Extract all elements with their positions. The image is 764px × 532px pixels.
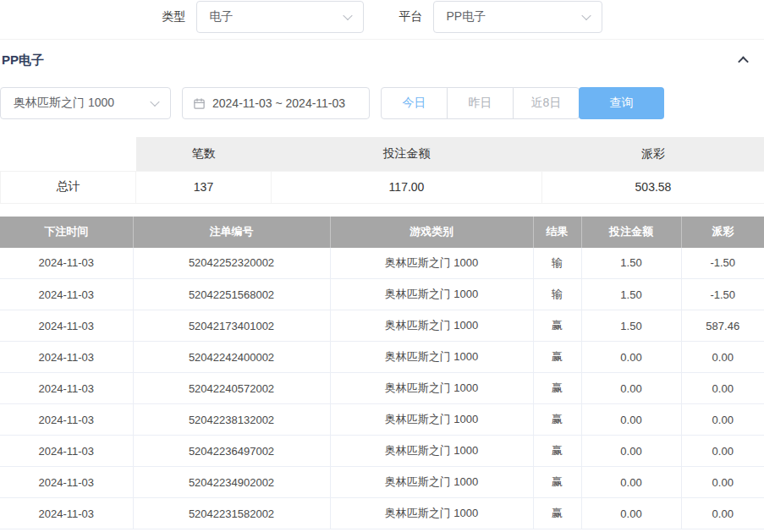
records-header-amount: 投注金额	[581, 217, 681, 248]
table-row: 2024-11-03 52042240572002 奥林匹斯之门 1000 赢 …	[0, 373, 764, 404]
result-cell: 赢	[533, 436, 581, 467]
chevron-down-icon	[150, 97, 159, 107]
table-row: 2024-11-03 52042236497002 奥林匹斯之门 1000 赢 …	[0, 436, 764, 467]
result-cell: 输	[533, 279, 581, 310]
bet-time-cell: 2024-11-03	[0, 279, 133, 310]
bet-id-cell: 52042240572002	[133, 373, 330, 404]
records-header-payout: 派彩	[681, 217, 764, 248]
amount-cell: 1.50	[581, 279, 681, 310]
result-cell: 赢	[533, 467, 581, 498]
divider	[0, 39, 764, 40]
summary-total-bet-amount: 117.00	[272, 171, 542, 203]
records-table: 下注时间 注单编号 游戏类别 结果 投注金额 派彩 2024-11-03 520…	[0, 217, 764, 530]
search-button[interactable]: 查询	[579, 87, 664, 119]
result-cell: 赢	[533, 498, 581, 529]
payout-cell: -1.50	[681, 248, 764, 279]
type-select[interactable]: 电子	[196, 1, 364, 33]
game-cell: 奥林匹斯之门 1000	[330, 467, 533, 498]
game-cell: 奥林匹斯之门 1000	[330, 279, 533, 310]
game-cell: 奥林匹斯之门 1000	[330, 310, 533, 342]
bet-time-cell: 2024-11-03	[0, 498, 133, 529]
date-range-value: 2024-11-03 ~ 2024-11-03	[212, 96, 345, 110]
bet-id-cell: 52042231582002	[133, 498, 330, 529]
summary-table: 笔数 投注金额 派彩 总计 137 117.00 503.58	[0, 137, 764, 204]
bet-time-cell: 2024-11-03	[0, 436, 133, 467]
game-cell: 奥林匹斯之门 1000	[330, 436, 533, 467]
payout-cell: -1.50	[681, 279, 764, 310]
filter-row: 奥林匹斯之门 1000 2024-11-03 ~ 2024-11-03 今日 昨…	[0, 87, 764, 119]
summary-header-bet-amount: 投注金额	[272, 137, 542, 171]
table-row: 2024-11-03 52042252320002 奥林匹斯之门 1000 输 …	[0, 248, 764, 279]
bet-time-cell: 2024-11-03	[0, 342, 133, 373]
section-title: PP电子	[2, 52, 44, 69]
quick-range-button-group: 今日 昨日 近8日	[381, 87, 580, 119]
top-filter-bar: 类型 电子 平台 PP电子	[0, 1, 764, 33]
quick-button-today[interactable]: 今日	[381, 87, 448, 119]
table-row: 2024-11-03 52042238132002 奥林匹斯之门 1000 赢 …	[0, 404, 764, 436]
records-table-header: 下注时间 注单编号 游戏类别 结果 投注金额 派彩	[0, 217, 764, 248]
payout-cell: 0.00	[681, 467, 764, 498]
type-label: 类型	[162, 9, 186, 25]
game-cell: 奥林匹斯之门 1000	[330, 498, 533, 529]
summary-total-payout: 503.58	[542, 171, 764, 203]
bet-time-cell: 2024-11-03	[0, 373, 133, 404]
records-header-result: 结果	[533, 217, 581, 248]
table-row: 2024-11-03 52042242400002 奥林匹斯之门 1000 赢 …	[0, 342, 764, 373]
summary-total-row: 总计 137 117.00 503.58	[1, 171, 764, 203]
platform-select-value: PP电子	[447, 9, 486, 25]
quick-button-yesterday[interactable]: 昨日	[447, 87, 514, 119]
records-header-bet-id: 注单编号	[133, 217, 330, 248]
result-cell: 赢	[533, 404, 581, 436]
bet-id-cell: 52042242400002	[133, 342, 330, 373]
amount-cell: 0.00	[581, 342, 681, 373]
date-range-picker[interactable]: 2024-11-03 ~ 2024-11-03	[182, 87, 370, 119]
amount-cell: 1.50	[581, 248, 681, 279]
amount-cell: 0.00	[581, 404, 681, 436]
payout-cell: 0.00	[681, 498, 764, 529]
table-row: 2024-11-03 52042251568002 奥林匹斯之门 1000 输 …	[0, 279, 764, 310]
chevron-down-icon	[581, 11, 591, 20]
platform-select[interactable]: PP电子	[433, 1, 602, 33]
summary-header-count: 笔数	[136, 137, 272, 171]
bet-time-cell: 2024-11-03	[0, 248, 133, 279]
records-header-game: 游戏类别	[330, 217, 533, 248]
bet-time-cell: 2024-11-03	[0, 310, 133, 342]
summary-header-payout: 派彩	[542, 137, 764, 171]
payout-cell: 0.00	[681, 342, 764, 373]
bet-id-cell: 52042238132002	[133, 404, 330, 436]
payout-cell: 0.00	[681, 436, 764, 467]
calendar-icon	[193, 97, 206, 110]
collapse-section-button[interactable]	[735, 52, 750, 68]
bet-time-cell: 2024-11-03	[0, 467, 133, 498]
chevron-down-icon	[343, 11, 352, 20]
game-select-value: 奥林匹斯之门 1000	[14, 96, 114, 111]
game-cell: 奥林匹斯之门 1000	[330, 342, 533, 373]
game-cell: 奥林匹斯之门 1000	[330, 248, 533, 279]
summary-header-blank	[1, 137, 136, 171]
platform-label: 平台	[399, 9, 423, 25]
amount-cell: 0.00	[581, 498, 681, 529]
result-cell: 赢	[533, 310, 581, 342]
amount-cell: 0.00	[581, 467, 681, 498]
table-row: 2024-11-03 52042234902002 奥林匹斯之门 1000 赢 …	[0, 467, 764, 498]
bet-id-cell: 52042234902002	[133, 467, 330, 498]
summary-total-label: 总计	[1, 171, 136, 203]
summary-total-count: 137	[136, 171, 272, 203]
game-cell: 奥林匹斯之门 1000	[330, 373, 533, 404]
bet-id-cell: 52042251568002	[133, 279, 330, 310]
bet-time-cell: 2024-11-03	[0, 404, 133, 436]
payout-cell: 587.46	[681, 310, 764, 342]
game-select[interactable]: 奥林匹斯之门 1000	[0, 87, 171, 119]
chevron-up-icon	[738, 56, 749, 67]
payout-cell: 0.00	[681, 373, 764, 404]
amount-cell: 0.00	[581, 373, 681, 404]
bet-id-cell: 52042173401002	[133, 310, 330, 342]
bet-id-cell: 52042236497002	[133, 436, 330, 467]
amount-cell: 0.00	[581, 436, 681, 467]
result-cell: 输	[533, 248, 581, 279]
payout-cell: 0.00	[681, 404, 764, 436]
type-select-value: 电子	[210, 9, 234, 25]
section-header: PP电子	[0, 48, 764, 72]
quick-button-last-8-days[interactable]: 近8日	[513, 87, 580, 119]
bet-id-cell: 52042252320002	[133, 248, 330, 279]
